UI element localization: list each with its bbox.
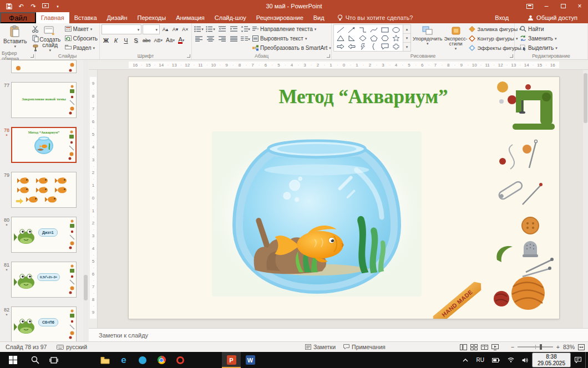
shape-star-icon[interactable] (391, 34, 402, 42)
tab-transitions[interactable]: Переходы (133, 12, 171, 23)
horizontal-ruler[interactable]: 1615141312111098765432101234567891011121… (89, 60, 588, 70)
find-button[interactable]: Найти (520, 24, 557, 33)
align-text-button[interactable]: Выровнять текст▾ (252, 34, 331, 43)
slide-thumbnail-76[interactable] (11, 60, 77, 73)
character-spacing-button[interactable]: АВ▾ (153, 35, 164, 45)
start-button[interactable] (0, 352, 26, 368)
shape-elbow-connector-icon[interactable] (357, 25, 368, 34)
font-dialog-launcher[interactable] (187, 54, 190, 58)
font-name-combobox[interactable]: ▾ (102, 24, 141, 34)
clear-formatting-button[interactable]: А× (181, 25, 190, 34)
strikethrough-button[interactable]: abc (141, 35, 152, 45)
comments-toggle-button[interactable]: Примечания (343, 344, 386, 350)
fishbowl-image[interactable] (212, 131, 422, 297)
tab-animations[interactable]: Анимация (171, 12, 210, 23)
taskbar-clock[interactable]: 8:38 29.05.2025 (532, 352, 571, 367)
normal-view-button[interactable] (460, 344, 467, 350)
align-right-button[interactable] (217, 34, 227, 43)
bold-button[interactable]: Ж (102, 35, 110, 45)
file-explorer-button[interactable] (95, 352, 114, 368)
shape-oval-icon[interactable] (391, 25, 402, 34)
columns-button[interactable]: ▾ (240, 34, 251, 43)
underline-button[interactable]: Ч (121, 35, 130, 45)
decrease-indent-button[interactable] (217, 24, 227, 33)
tab-home[interactable]: Главная (36, 12, 69, 23)
quick-styles-button[interactable]: Экспресс-стили ▾ (444, 24, 468, 50)
reset-button[interactable]: Сбросить (65, 34, 98, 43)
tab-slideshow[interactable]: Слайд-шоу (210, 12, 251, 23)
slide-editing-surface[interactable]: Метод “Аквариум” (129, 77, 559, 319)
panel-scrollbar-thumb[interactable] (84, 275, 88, 300)
tab-review[interactable]: Рецензирование (251, 12, 308, 23)
language-switcher[interactable]: RU (472, 352, 488, 368)
shape-triangle-icon[interactable] (335, 34, 346, 42)
paste-button[interactable]: Вставить ▾ (2, 24, 28, 49)
grow-font-button[interactable]: А▴ (161, 25, 170, 34)
shape-hexagon-icon[interactable] (379, 34, 391, 42)
section-button[interactable]: Раздел▾ (65, 43, 98, 52)
justify-button[interactable] (229, 34, 239, 43)
slideshow-view-button[interactable] (491, 344, 499, 350)
shape-callout-icon[interactable] (379, 42, 391, 50)
show-desktop-strip[interactable] (585, 352, 588, 368)
shape-arrow-icon[interactable] (346, 25, 357, 34)
zoom-slider[interactable] (518, 346, 553, 347)
volume-indicator[interactable] (518, 352, 532, 368)
shape-line-icon[interactable] (335, 25, 346, 34)
shape-right-triangle-icon[interactable] (346, 34, 357, 42)
new-slide-button[interactable]: Создать слайд ▾ (37, 24, 63, 53)
shape-arrow-left-icon[interactable] (346, 42, 357, 50)
shape-diamond-icon[interactable] (357, 34, 368, 42)
increase-indent-button[interactable] (229, 24, 239, 33)
main-scrollbar-thumb[interactable] (584, 73, 587, 123)
battery-indicator[interactable] (488, 352, 504, 368)
tray-expand-button[interactable] (459, 352, 472, 368)
shape-curve-icon[interactable] (368, 25, 379, 34)
maximize-button[interactable] (555, 0, 571, 12)
word-taskbar-button[interactable]: W (241, 352, 260, 368)
shrink-font-button[interactable]: А▾ (171, 25, 180, 34)
reading-view-button[interactable] (481, 344, 488, 350)
chrome-button[interactable] (152, 352, 171, 368)
arrange-button[interactable]: Упорядочить ▾ (413, 24, 443, 45)
tab-file[interactable]: Файл (0, 12, 36, 23)
sign-in-button[interactable]: Вход (490, 13, 514, 23)
clipboard-dialog-launcher[interactable] (31, 54, 34, 58)
zoom-slider-thumb[interactable] (540, 344, 542, 350)
slide-thumbnail-80[interactable]: Диз=1 (11, 217, 77, 253)
notes-toggle-button[interactable]: Заметки (305, 344, 336, 350)
save-button[interactable] (3, 1, 14, 12)
zoom-level-button[interactable]: 83% (563, 344, 575, 350)
paragraph-dialog-launcher[interactable] (327, 54, 330, 58)
network-indicator[interactable] (504, 352, 518, 368)
shapes-scroll-up-button[interactable]: ▴ (403, 25, 410, 33)
slide-thumbnail-81[interactable]: 0,5t²+2t–3≈ (11, 262, 77, 298)
shape-brace-icon[interactable] (368, 42, 379, 50)
fit-to-window-button[interactable] (578, 344, 585, 350)
align-center-button[interactable] (205, 34, 216, 43)
start-slideshow-button[interactable] (40, 1, 51, 12)
text-shadow-button[interactable]: S (131, 35, 140, 45)
align-left-button[interactable] (194, 34, 204, 43)
edge-browser-button[interactable]: e (114, 352, 133, 368)
zoom-out-button[interactable]: − (511, 344, 514, 350)
change-case-button[interactable]: Аа▾ (165, 35, 176, 45)
panel-scrollbar[interactable] (83, 60, 88, 341)
taskbar-search-button[interactable] (26, 352, 44, 368)
shape-arrow-right-icon[interactable] (335, 42, 346, 50)
tab-insert[interactable]: Вставка (69, 12, 102, 23)
shape-rectangle-icon[interactable] (379, 25, 391, 34)
bullets-button[interactable]: ▾ (194, 24, 204, 33)
tab-view[interactable]: Вид (308, 12, 330, 23)
customize-qat-button[interactable]: ▾ (52, 1, 63, 12)
powerpoint-taskbar-button[interactable]: P (222, 352, 241, 368)
app-button-blue[interactable] (133, 352, 152, 368)
numbering-button[interactable]: ▾ (205, 24, 216, 33)
share-button[interactable]: Общий доступ (523, 13, 582, 23)
drawing-dialog-launcher[interactable] (510, 54, 513, 58)
slide-thumbnail-78[interactable]: Метод “Аквариум” (11, 127, 77, 163)
font-color-button[interactable]: А▾ (177, 35, 186, 45)
undo-button[interactable]: ↶ (16, 1, 27, 12)
action-center-button[interactable] (571, 352, 585, 368)
notes-pane[interactable]: Заметки к слайду (89, 328, 588, 341)
